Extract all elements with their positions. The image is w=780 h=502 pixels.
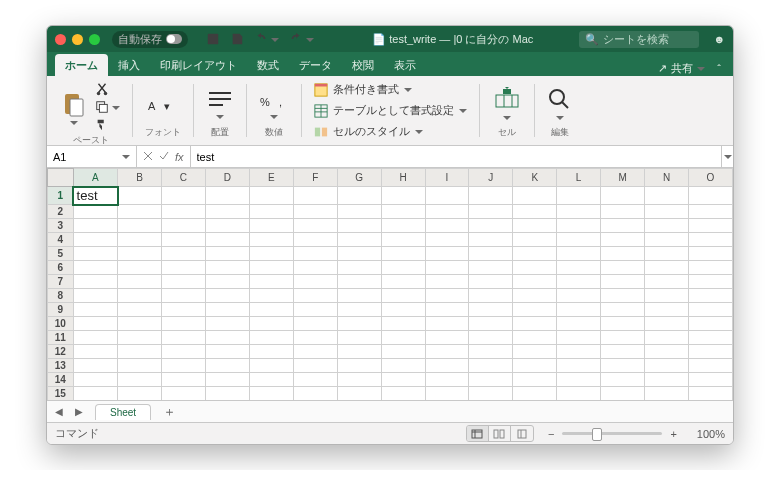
col-header[interactable]: F bbox=[293, 169, 337, 187]
cell[interactable] bbox=[557, 387, 601, 401]
row-header[interactable]: 11 bbox=[48, 331, 74, 345]
cell[interactable] bbox=[249, 219, 293, 233]
cell[interactable] bbox=[513, 233, 557, 247]
cell[interactable] bbox=[469, 373, 513, 387]
col-header[interactable]: D bbox=[205, 169, 249, 187]
cell[interactable] bbox=[688, 359, 732, 373]
cell[interactable] bbox=[162, 289, 206, 303]
cell[interactable] bbox=[249, 289, 293, 303]
format-painter-icon[interactable] bbox=[95, 118, 120, 132]
cell[interactable] bbox=[162, 373, 206, 387]
cell[interactable] bbox=[469, 331, 513, 345]
collapse-ribbon-icon[interactable]: ˆ bbox=[717, 63, 721, 75]
cell[interactable] bbox=[601, 387, 645, 401]
cell[interactable] bbox=[118, 373, 162, 387]
find-button[interactable] bbox=[547, 87, 573, 120]
cell[interactable] bbox=[293, 345, 337, 359]
cell[interactable] bbox=[601, 187, 645, 205]
cell[interactable] bbox=[469, 219, 513, 233]
cell[interactable] bbox=[249, 205, 293, 219]
cell[interactable] bbox=[557, 373, 601, 387]
cell[interactable] bbox=[557, 289, 601, 303]
cell[interactable] bbox=[469, 345, 513, 359]
sheet-tab-active[interactable]: Sheet bbox=[95, 404, 151, 420]
cell[interactable] bbox=[688, 373, 732, 387]
cell[interactable] bbox=[381, 345, 425, 359]
cell[interactable] bbox=[557, 247, 601, 261]
cell[interactable] bbox=[293, 303, 337, 317]
cell[interactable] bbox=[293, 187, 337, 205]
cell[interactable] bbox=[73, 359, 118, 373]
cell[interactable] bbox=[337, 205, 381, 219]
cell[interactable] bbox=[469, 205, 513, 219]
cell[interactable] bbox=[293, 387, 337, 401]
cell[interactable] bbox=[469, 359, 513, 373]
cell[interactable] bbox=[513, 345, 557, 359]
cell[interactable] bbox=[645, 187, 689, 205]
cell[interactable] bbox=[162, 359, 206, 373]
cell[interactable] bbox=[513, 205, 557, 219]
cell[interactable] bbox=[425, 317, 469, 331]
fx-icon[interactable]: fx bbox=[175, 151, 184, 163]
cell[interactable] bbox=[513, 275, 557, 289]
cell[interactable] bbox=[73, 275, 118, 289]
cell[interactable] bbox=[688, 219, 732, 233]
cell[interactable] bbox=[381, 359, 425, 373]
cell[interactable] bbox=[381, 187, 425, 205]
tab-data[interactable]: データ bbox=[289, 54, 342, 76]
row-header[interactable]: 4 bbox=[48, 233, 74, 247]
cell[interactable] bbox=[425, 373, 469, 387]
cell[interactable] bbox=[469, 233, 513, 247]
paste-button[interactable] bbox=[61, 90, 87, 125]
cell[interactable] bbox=[381, 387, 425, 401]
cell[interactable] bbox=[601, 373, 645, 387]
cell[interactable] bbox=[162, 219, 206, 233]
cell[interactable] bbox=[162, 303, 206, 317]
cell[interactable] bbox=[162, 205, 206, 219]
row-header[interactable]: 13 bbox=[48, 359, 74, 373]
cell[interactable] bbox=[162, 331, 206, 345]
cell[interactable] bbox=[205, 233, 249, 247]
cell[interactable] bbox=[293, 219, 337, 233]
cell[interactable] bbox=[205, 275, 249, 289]
cell[interactable] bbox=[249, 275, 293, 289]
cell[interactable] bbox=[205, 359, 249, 373]
cell[interactable] bbox=[118, 219, 162, 233]
cell[interactable] bbox=[557, 359, 601, 373]
cell[interactable]: test bbox=[73, 187, 118, 205]
cell[interactable] bbox=[557, 261, 601, 275]
row-header[interactable]: 15 bbox=[48, 387, 74, 401]
cell[interactable] bbox=[513, 331, 557, 345]
cell[interactable] bbox=[73, 233, 118, 247]
tab-view[interactable]: 表示 bbox=[384, 54, 426, 76]
cell[interactable] bbox=[513, 219, 557, 233]
cell[interactable] bbox=[118, 205, 162, 219]
cell[interactable] bbox=[293, 289, 337, 303]
search-box[interactable]: 🔍 シートを検索 bbox=[579, 31, 699, 48]
zoom-in-button[interactable]: + bbox=[670, 428, 676, 440]
cell[interactable] bbox=[688, 261, 732, 275]
cell[interactable] bbox=[469, 317, 513, 331]
cell[interactable] bbox=[337, 387, 381, 401]
cell[interactable] bbox=[118, 261, 162, 275]
cell[interactable] bbox=[688, 275, 732, 289]
row-header[interactable]: 1 bbox=[48, 187, 74, 205]
cell[interactable] bbox=[688, 303, 732, 317]
cell[interactable] bbox=[293, 261, 337, 275]
zoom-value[interactable]: 100% bbox=[697, 428, 725, 440]
cell[interactable] bbox=[469, 187, 513, 205]
cell[interactable] bbox=[337, 187, 381, 205]
cell[interactable] bbox=[249, 387, 293, 401]
cell[interactable] bbox=[73, 331, 118, 345]
cell[interactable] bbox=[293, 373, 337, 387]
page-layout-view-button[interactable] bbox=[489, 426, 511, 441]
row-header[interactable]: 7 bbox=[48, 275, 74, 289]
cell[interactable] bbox=[205, 187, 249, 205]
cell[interactable] bbox=[425, 247, 469, 261]
cell[interactable] bbox=[293, 317, 337, 331]
cell[interactable] bbox=[645, 247, 689, 261]
cell[interactable] bbox=[381, 373, 425, 387]
home-icon[interactable] bbox=[206, 32, 220, 46]
cell[interactable] bbox=[118, 303, 162, 317]
autosave-toggle[interactable]: 自動保存 bbox=[112, 31, 188, 48]
